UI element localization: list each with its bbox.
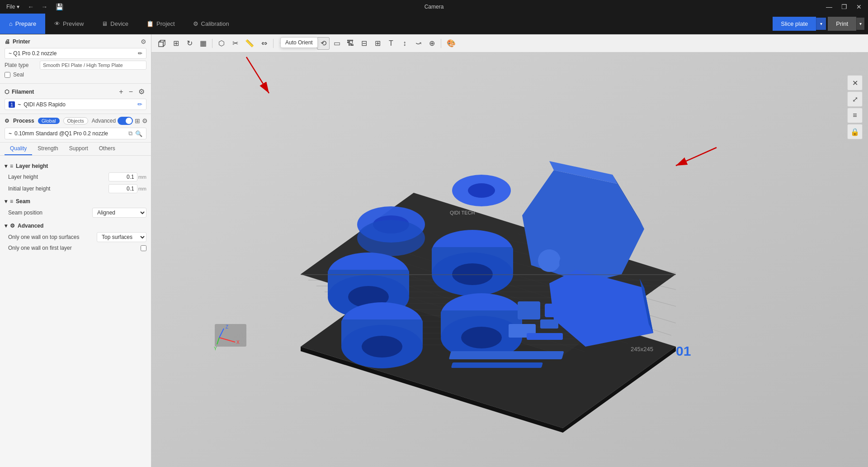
prepare-label: Prepare [15,20,36,27]
tab-prepare[interactable]: ⌂ Prepare [0,14,45,34]
process-profile-row[interactable]: ~ 0.10mm Standard @Q1 Pro 0.2 nozzle ⧉ 🔍 [5,128,146,139]
grid-view-button[interactable]: ⊞ [170,37,182,50]
menu-dropdown-icon: ▾ [17,4,19,10]
flatten-button[interactable]: ▭ [330,37,343,50]
print-button[interactable]: Print [828,17,856,31]
cube-view-button[interactable] [155,37,169,50]
svg-text:Z: Z [226,324,228,329]
filament-settings-button[interactable]: ⚙ [137,87,146,96]
file-menu-button[interactable]: File ▾ [4,3,22,11]
close-view-button[interactable]: ✕ [847,75,863,91]
svg-rect-69 [215,324,246,347]
tab-calibration[interactable]: ⚙ Calibration [184,14,238,34]
process-config-button[interactable]: ⚙ [142,117,148,124]
tab-device[interactable]: 🖥 Device [93,14,137,34]
color-paint-button[interactable]: 🎨 [444,37,458,50]
plate-type-selector[interactable]: Smooth PEI Plate / High Temp Plate [40,61,146,70]
text-button[interactable]: T [385,37,397,50]
objects-badge[interactable]: Objects [63,117,88,124]
printer-header: 🖨 Printer ⚙ [5,38,146,45]
toolbar-sep-3 [441,39,441,48]
filament-item-0[interactable]: 1 ~ QIDI ABS Rapido ✏ [5,99,146,110]
close-button[interactable]: ✕ [854,2,864,11]
seam-position-select[interactable]: Aligned Random Sharpest corner [92,208,146,218]
add-filament-button[interactable]: + [117,88,125,96]
cut-button[interactable]: ✂ [229,37,241,50]
advanced-toggle[interactable] [118,117,133,125]
measure-button[interactable]: 📏 [242,37,257,50]
orient-button[interactable]: ⟲ [317,37,330,50]
assembly-button[interactable]: ⊞ [371,37,384,50]
advanced-group-header[interactable]: ▾ ⚙ Advanced [5,223,146,229]
one-wall-top-label: Only one wall on top surfaces [8,234,97,240]
title-bar: File ▾ ← → 💾 Camera — ❐ ✕ [0,0,868,14]
tab-project[interactable]: 📋 Project [137,14,184,34]
plate-type-value: Smooth PEI Plate / High Temp Plate [43,62,123,68]
tab-preview[interactable]: 👁 Preview [45,14,93,34]
support-button[interactable]: 🏗 [344,37,357,50]
process-view-button[interactable]: ⊞ [135,117,140,124]
forward-button[interactable]: → [39,2,49,11]
layers-button[interactable]: ≡ [847,108,863,123]
rotate-button[interactable]: ↻ [183,37,196,50]
printer-settings-button[interactable]: ⚙ [141,38,146,45]
printer-icon: 🖨 [5,38,10,45]
tab-quality[interactable]: Quality [5,143,32,155]
calibration-label: Calibration [201,20,229,27]
layer-height-group-header[interactable]: ▾ ≡ Layer height [5,163,146,169]
tab-support[interactable]: Support [64,143,94,155]
filament-controls: + − ⚙ [117,87,146,96]
tab-others[interactable]: Others [94,143,121,155]
arrange-button[interactable]: ⬡ [215,37,228,50]
advanced-label: Advanced [92,118,116,124]
seam-group-header[interactable]: ▾ ≡ Seam [5,198,146,205]
remove-filament-button[interactable]: − [127,88,135,96]
lock-view-button[interactable]: 🔒 [847,124,863,139]
merge-button[interactable]: ⤻ [412,37,425,50]
svg-text:QIDI TECH: QIDI TECH [450,210,475,215]
maximize-button[interactable]: ❐ [839,2,850,11]
svg-rect-65 [545,304,563,317]
process-section: ⚙ Process Global Objects Advanced ⊞ ⚙ ~ … [0,114,151,143]
printer-name-selector[interactable]: ~ Q1 Pro 0.2 nozzle ✏ [5,48,146,59]
one-wall-top-select[interactable]: Top surfaces All None [97,232,146,242]
global-badge[interactable]: Global [38,118,60,124]
expand-view-button[interactable]: ⤢ [847,91,863,107]
profile-dropdown-arrow: ~ [9,130,12,137]
layout-button[interactable]: ▦ [197,37,209,50]
layer-height-label: Layer height [8,174,108,180]
slice-dropdown-button[interactable]: ▾ [816,18,826,30]
plate-type-row: Plate type Smooth PEI Plate / High Temp … [5,61,146,70]
seam-collapse-icon: ▾ [5,198,7,205]
svg-point-33 [357,220,425,256]
svg-point-58 [559,255,576,271]
process-icon: ⚙ [5,118,9,124]
seam-position-row: Seam position Aligned Random Sharpest co… [8,206,146,219]
layer-height-input[interactable] [108,172,137,181]
settings-area: ▾ ≡ Layer height Layer height mm Initial… [0,156,151,256]
minimize-button[interactable]: — [823,2,835,11]
svg-point-47 [362,336,402,357]
settings-tabs: Quality Strength Support Others [0,143,151,156]
split-button[interactable]: ⊟ [358,37,370,50]
back-button[interactable]: ← [26,2,36,11]
toolbar-sep-1 [212,39,212,48]
seal-label: Seal [13,71,24,78]
save-button[interactable]: 💾 [53,2,66,11]
svg-point-35 [468,183,495,198]
initial-layer-height-input[interactable] [108,184,137,193]
slice-plate-button[interactable]: Slice plate [773,17,816,31]
seal-checkbox[interactable] [5,72,10,78]
wipe-tower-button[interactable]: ↕ [398,37,411,50]
printer-section: 🖨 Printer ⚙ ~ Q1 Pro 0.2 nozzle ✏ Plate … [0,34,151,84]
copy2-button[interactable]: ⊕ [425,37,438,50]
tab-strength[interactable]: Strength [32,143,63,155]
printer-edit-icon: ✏ [138,50,142,57]
viewport[interactable]: QIDI TECH 245x245 01 X Y [151,52,868,467]
one-wall-first-checkbox[interactable] [141,245,146,251]
main-nav: ⌂ Prepare 👁 Preview 🖥 Device 📋 Project ⚙… [0,14,868,34]
calibration-icon: ⚙ [193,20,198,27]
mirror-button[interactable]: ⇔ [258,37,270,50]
print-dropdown-button[interactable]: ▾ [856,18,864,30]
process-right: Advanced ⊞ ⚙ [92,117,148,125]
